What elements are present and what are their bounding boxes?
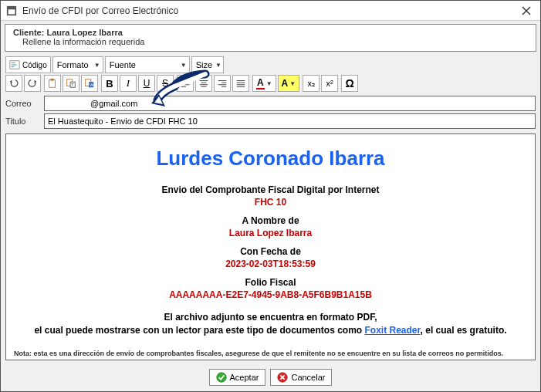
note-text: Nota: esta es una dirección de envío de … bbox=[14, 350, 527, 357]
editor-area[interactable]: Lurdes Coronado Ibarra Envio del Comprob… bbox=[5, 133, 536, 360]
title-row: Titulo bbox=[1, 113, 540, 129]
format-label: Formato bbox=[57, 60, 91, 69]
description: El archivo adjunto se encuentra en forma… bbox=[14, 311, 527, 337]
cancel-button[interactable]: Cancelar bbox=[270, 369, 332, 386]
on-behalf-value: Laura Lopez Ibarra bbox=[14, 228, 527, 238]
svg-rect-1 bbox=[8, 6, 16, 9]
redo-button[interactable] bbox=[24, 75, 41, 92]
date-value: 2023-02-03T18:53:59 bbox=[14, 259, 527, 269]
cancel-circle-icon bbox=[277, 372, 288, 383]
svg-rect-9 bbox=[50, 79, 53, 81]
align-justify-button[interactable] bbox=[232, 75, 249, 92]
doc-folio: FHC 10 bbox=[14, 197, 527, 208]
email-row: Correo bbox=[1, 96, 540, 111]
chevron-down-icon: ▼ bbox=[266, 80, 272, 87]
client-line: Cliente: Laura Lopez Ibarra bbox=[13, 28, 528, 37]
undo-button[interactable] bbox=[5, 75, 22, 92]
email-input[interactable] bbox=[44, 96, 536, 111]
align-right-button[interactable] bbox=[214, 75, 231, 92]
desc-line2b: , el cual es gratuito. bbox=[421, 325, 507, 336]
chevron-down-icon: ▼ bbox=[289, 80, 296, 87]
dialog-window: Envío de CFDI por Correo Electrónico Cli… bbox=[0, 0, 541, 392]
size-select[interactable]: Size ▼ bbox=[191, 56, 224, 73]
paste-word-button[interactable]: W bbox=[81, 75, 98, 92]
on-behalf-section: A Nombre de Laura Lopez Ibarra bbox=[14, 215, 527, 238]
app-icon bbox=[5, 5, 18, 17]
format-select[interactable]: Formato ▼ bbox=[52, 56, 103, 73]
foxit-link[interactable]: Foxit Reader bbox=[365, 325, 421, 336]
chevron-down-icon: ▼ bbox=[94, 62, 100, 69]
font-label: Fuente bbox=[110, 60, 178, 69]
date-section: Con Fecha de 2023-02-03T18:53:59 bbox=[14, 246, 527, 269]
font-select[interactable]: Fuente ▼ bbox=[105, 56, 190, 73]
clipboard-button[interactable] bbox=[44, 75, 61, 92]
superscript-button[interactable]: x² bbox=[321, 75, 338, 92]
text-color-button[interactable]: A ▼ bbox=[252, 75, 276, 92]
align-center-button[interactable] bbox=[195, 75, 212, 92]
svg-text:T: T bbox=[71, 82, 74, 87]
window-title: Envío de CFDI por Correo Electrónico bbox=[22, 5, 517, 16]
check-circle-icon bbox=[216, 372, 227, 383]
hint-text: Rellene la información requerida bbox=[22, 37, 528, 46]
svg-text:W: W bbox=[90, 82, 94, 87]
size-label: Size bbox=[196, 60, 212, 69]
date-label: Con Fecha de bbox=[14, 246, 527, 257]
on-behalf-label: A Nombre de bbox=[14, 215, 527, 226]
paste-text-button[interactable]: T bbox=[63, 75, 79, 92]
chevron-down-icon: ▼ bbox=[215, 62, 221, 69]
close-button[interactable] bbox=[517, 3, 536, 19]
subscript-button[interactable]: x₂ bbox=[303, 75, 320, 92]
info-banner: Cliente: Laura Lopez Ibarra Rellene la i… bbox=[5, 24, 536, 52]
desc-line1: El archivo adjunto se encuentra en forma… bbox=[164, 312, 377, 323]
bg-color-button[interactable]: A ▼ bbox=[278, 75, 300, 92]
svg-point-32 bbox=[216, 373, 225, 382]
special-char-button[interactable]: Ω bbox=[341, 75, 358, 92]
recipient-name: Lurdes Coronado Ibarra bbox=[14, 147, 527, 171]
underline-button[interactable]: U bbox=[138, 75, 155, 92]
accept-label: Aceptar bbox=[230, 373, 259, 382]
italic-button[interactable]: I bbox=[120, 75, 137, 92]
svg-rect-8 bbox=[49, 80, 56, 88]
title-label: Titulo bbox=[5, 117, 44, 126]
client-label: Cliente: bbox=[13, 28, 44, 37]
bottom-bar: Aceptar Cancelar bbox=[1, 365, 540, 391]
source-code-label: Código bbox=[22, 61, 47, 69]
title-input[interactable] bbox=[44, 113, 536, 129]
folio-value: AAAAAAAA-E2E7-4945-9AB8-A5F6B9B1A15B bbox=[14, 289, 527, 300]
cancel-label: Cancelar bbox=[291, 373, 325, 382]
accept-button[interactable]: Aceptar bbox=[209, 369, 266, 386]
folio-label: Folio Fiscal bbox=[14, 277, 527, 288]
align-left-button[interactable] bbox=[177, 75, 194, 92]
source-code-button[interactable]: Código bbox=[5, 56, 51, 73]
client-name: Laura Lopez Ibarra bbox=[46, 28, 122, 37]
folio-section: Folio Fiscal AAAAAAAA-E2E7-4945-9AB8-A5F… bbox=[14, 277, 527, 300]
strike-button[interactable]: S bbox=[157, 75, 174, 92]
doc-header: Envio del Comprobante Fiscal Digital por… bbox=[14, 184, 527, 195]
bold-button[interactable]: B bbox=[101, 75, 118, 92]
email-label: Correo bbox=[5, 99, 44, 108]
editor-toolbar: Código Formato ▼ Fuente ▼ Size ▼ bbox=[1, 54, 540, 93]
doc-header-section: Envio del Comprobante Fiscal Digital por… bbox=[14, 184, 527, 208]
desc-line2a: el cual puede mostrarse con un lector pa… bbox=[34, 325, 364, 336]
title-bar: Envío de CFDI por Correo Electrónico bbox=[1, 1, 540, 21]
chevron-down-icon: ▼ bbox=[181, 62, 187, 69]
